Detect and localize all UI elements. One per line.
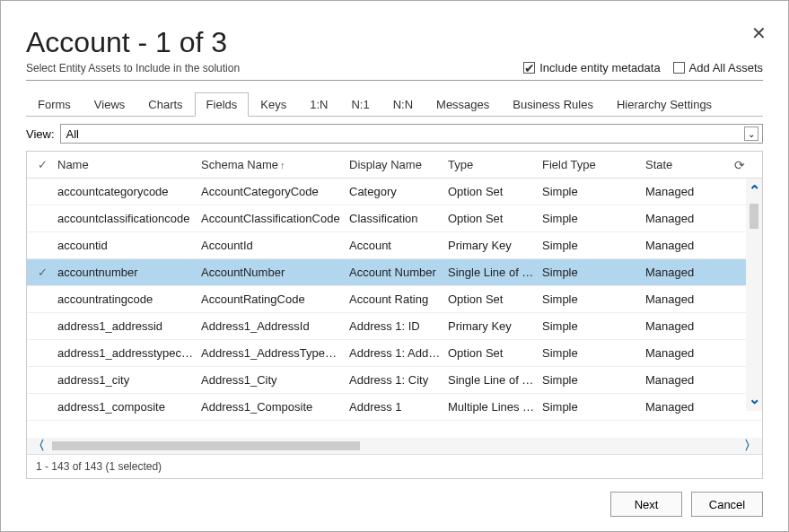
- cell: address1_composite: [57, 400, 201, 414]
- cell: accountid: [57, 239, 201, 252]
- table-row[interactable]: address1_cityAddress1_CityAddress 1: Cit…: [27, 367, 762, 394]
- cell: accountclassificationcode: [57, 212, 201, 225]
- solution-asset-dialog: ✕ Account - 1 of 3 Select Entity Assets …: [0, 0, 789, 532]
- cell: address1_addresstypecode: [57, 346, 201, 360]
- table-row[interactable]: accountratingcodeAccountRatingCodeAccoun…: [27, 286, 762, 313]
- checkbox-icon: [673, 62, 685, 74]
- tab-business-rules[interactable]: Business Rules: [501, 92, 605, 117]
- column-header-schema-name[interactable]: Schema Name↑: [201, 158, 349, 171]
- scroll-left-icon[interactable]: 〈: [32, 438, 45, 454]
- cell: Simple: [542, 266, 645, 279]
- cell: Option Set: [448, 212, 542, 225]
- grid-status: 1 - 143 of 143 (1 selected): [27, 454, 762, 478]
- cell: Account Number: [349, 266, 448, 279]
- cell: Address1_City: [201, 373, 349, 387]
- scroll-right-icon[interactable]: 〉: [744, 438, 757, 454]
- cell: AccountNumber: [201, 266, 349, 279]
- cell: Simple: [542, 346, 645, 360]
- cancel-button[interactable]: Cancel: [691, 492, 763, 517]
- cell: AccountCategoryCode: [201, 185, 349, 198]
- cell: Option Set: [448, 346, 542, 360]
- cell: Address1_Composite: [201, 400, 349, 414]
- cell: Address 1: [349, 400, 448, 414]
- cell: Option Set: [448, 185, 542, 198]
- tab-hierarchy-settings[interactable]: Hierarchy Settings: [605, 92, 723, 117]
- checkmark-icon: ✔: [524, 62, 535, 74]
- cell: Simple: [542, 319, 645, 333]
- cell: Managed: [645, 212, 726, 225]
- tab-messages[interactable]: Messages: [425, 92, 501, 117]
- cell: Address1_AddressTypeCode: [201, 346, 349, 360]
- row-checkbox[interactable]: ✓: [27, 266, 57, 279]
- add-all-assets-checkbox[interactable]: Add All Assets: [673, 61, 763, 74]
- cell: Managed: [645, 319, 726, 333]
- table-row[interactable]: accountclassificationcodeAccountClassifi…: [27, 205, 762, 232]
- cell: address1_addressid: [57, 319, 201, 333]
- scroll-thumb[interactable]: [52, 441, 360, 450]
- select-all-checkbox[interactable]: ✓: [27, 158, 57, 171]
- cell: Single Line of Text: [448, 373, 542, 387]
- cell: Managed: [645, 346, 726, 360]
- scroll-down-icon[interactable]: ⌄: [749, 387, 760, 411]
- tab-forms[interactable]: Forms: [26, 92, 83, 117]
- view-label: View:: [26, 127, 55, 141]
- cell: accountratingcode: [57, 292, 201, 306]
- tab-n-n[interactable]: N:N: [381, 92, 425, 117]
- grid-header-row: ✓ Name Schema Name↑ Display Name Type Fi…: [27, 152, 762, 179]
- cell: Multiple Lines of...: [448, 400, 542, 414]
- tab-n-1[interactable]: N:1: [339, 92, 381, 117]
- cell: Managed: [645, 400, 726, 414]
- view-select-value: All: [66, 127, 79, 141]
- table-row[interactable]: address1_addressidAddress1_AddressIdAddr…: [27, 313, 762, 340]
- cell: Primary Key: [448, 239, 542, 252]
- cell: Account: [349, 239, 448, 252]
- cell: Address 1: City: [349, 373, 448, 387]
- table-row[interactable]: accountidAccountIdAccountPrimary KeySimp…: [27, 232, 762, 259]
- table-row[interactable]: address1_compositeAddress1_CompositeAddr…: [27, 394, 762, 421]
- column-header-state[interactable]: State: [645, 158, 726, 171]
- scroll-thumb[interactable]: [750, 204, 758, 229]
- cell: AccountId: [201, 239, 349, 252]
- include-metadata-checkbox[interactable]: ✔ Include entity metadata: [523, 61, 660, 74]
- cell: Account Rating: [349, 292, 448, 306]
- cell: Simple: [542, 292, 645, 306]
- column-header-field-type[interactable]: Field Type: [542, 158, 645, 171]
- column-header-name[interactable]: Name: [57, 158, 201, 171]
- cell: Managed: [645, 373, 726, 387]
- fields-grid: ✓ Name Schema Name↑ Display Name Type Fi…: [26, 151, 763, 479]
- scroll-up-icon[interactable]: ⌃: [749, 179, 760, 203]
- cell: AccountRatingCode: [201, 292, 349, 306]
- tab-keys[interactable]: Keys: [249, 92, 298, 117]
- tab-charts[interactable]: Charts: [136, 92, 194, 117]
- table-row[interactable]: ✓accountnumberAccountNumberAccount Numbe…: [27, 259, 762, 286]
- column-header-display-name[interactable]: Display Name: [349, 158, 448, 171]
- tab-views[interactable]: Views: [83, 92, 136, 117]
- cell: Managed: [645, 292, 726, 306]
- close-icon[interactable]: ✕: [751, 22, 767, 44]
- cell: Simple: [542, 212, 645, 225]
- vertical-scrollbar[interactable]: ⌃ ⌄: [746, 179, 762, 411]
- column-header-type[interactable]: Type: [448, 158, 542, 171]
- tab-bar: FormsViewsChartsFieldsKeys1:NN:1N:NMessa…: [26, 92, 763, 117]
- table-row[interactable]: accountcategorycodeAccountCategoryCodeCa…: [27, 179, 762, 205]
- sort-asc-icon: ↑: [280, 160, 285, 170]
- cell: accountcategorycode: [57, 185, 201, 198]
- tab-1-n[interactable]: 1:N: [298, 92, 339, 117]
- tab-fields[interactable]: Fields: [195, 92, 250, 117]
- view-select[interactable]: All ⌄: [60, 124, 763, 144]
- page-subtitle: Select Entity Assets to Include in the s…: [26, 62, 240, 74]
- refresh-icon[interactable]: ⟳: [726, 158, 753, 172]
- horizontal-scrollbar[interactable]: 〈 〉: [27, 438, 762, 454]
- cell: Simple: [542, 400, 645, 414]
- cell: Address 1: ID: [349, 319, 448, 333]
- next-button[interactable]: Next: [610, 492, 682, 517]
- page-title: Account - 1 of 3: [26, 26, 763, 59]
- checkbox-icon: ✔: [523, 62, 535, 74]
- cell: Option Set: [448, 292, 542, 306]
- chevron-down-icon: ⌄: [744, 126, 758, 141]
- table-row[interactable]: address1_addresstypecodeAddress1_Address…: [27, 340, 762, 367]
- cell: Single Line of Text: [448, 266, 542, 279]
- cell: Managed: [645, 266, 726, 279]
- cell: Managed: [645, 185, 726, 198]
- cell: Simple: [542, 373, 645, 387]
